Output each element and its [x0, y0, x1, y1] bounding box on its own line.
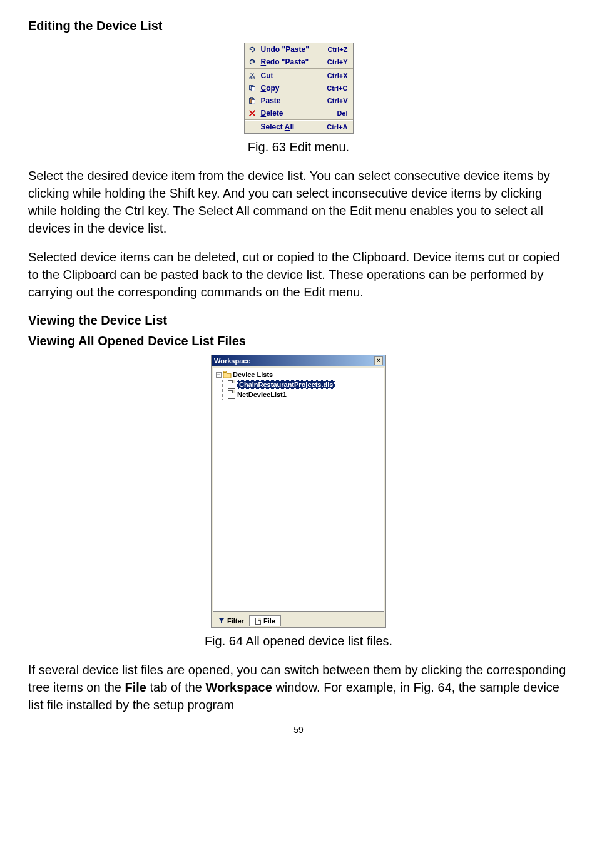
menu-label-copy: Copy: [261, 84, 327, 93]
tab-filter[interactable]: Filter: [213, 615, 250, 626]
document-icon: [228, 390, 235, 399]
close-button[interactable]: ×: [374, 356, 383, 365]
workspace-tabs: Filter File: [212, 613, 385, 627]
paragraph-1: Select the desired device item from the …: [28, 167, 569, 237]
caption-fig63: Fig. 63 Edit menu.: [28, 140, 569, 154]
menu-label-cut: Cut: [261, 71, 327, 80]
svg-rect-6: [252, 99, 255, 104]
menu-item-delete[interactable]: Delete Del: [245, 107, 353, 119]
menu-item-undo[interactable]: Undo "Paste" Ctrl+Z: [245, 43, 353, 56]
svg-rect-5: [250, 98, 253, 99]
menu-shortcut-redo: Ctrl+Y: [327, 58, 348, 66]
tree-item[interactable]: NetDeviceList1: [228, 390, 381, 400]
caption-fig64: Fig. 64 All opened device list files.: [28, 634, 569, 648]
svg-rect-3: [251, 86, 255, 91]
menu-shortcut-copy: Ctrl+C: [327, 84, 347, 92]
menu-label-paste: Paste: [261, 96, 327, 105]
tab-file-label: File: [263, 617, 275, 625]
workspace-panel: Workspace × − Device Lists ChainRestaura…: [211, 355, 386, 628]
redo-icon: [247, 57, 257, 67]
heading-viewing-all: Viewing All Opened Device List Files: [28, 334, 569, 348]
menu-shortcut-delete: Del: [337, 109, 347, 117]
menu-label-redo: Redo "Paste": [261, 58, 327, 66]
tree-item-label: NetDeviceList1: [237, 391, 287, 398]
undo-icon: [247, 44, 257, 54]
delete-icon: [247, 108, 257, 118]
heading-viewing: Viewing the Device List: [28, 313, 569, 328]
folder-icon: [223, 371, 232, 378]
tab-file[interactable]: File: [250, 615, 281, 626]
menu-item-redo[interactable]: Redo "Paste" Ctrl+Y: [245, 56, 353, 68]
blank-icon: [247, 122, 257, 132]
tree-view: − Device Lists ChainRestaurantProjects.d…: [213, 368, 384, 612]
tree-root[interactable]: − Device Lists: [216, 371, 381, 378]
menu-label-select-all: Select All: [261, 123, 327, 131]
menu-label-undo: Undo "Paste": [261, 45, 328, 54]
document-icon: [228, 380, 235, 389]
menu-item-select-all[interactable]: Select All Ctrl+A: [245, 121, 353, 133]
menu-shortcut-undo: Ctrl+Z: [327, 46, 347, 53]
collapse-icon[interactable]: −: [216, 372, 222, 378]
menu-shortcut-paste: Ctrl+V: [327, 97, 348, 104]
document-icon: [255, 618, 261, 625]
page-number: 59: [28, 725, 569, 735]
menu-shortcut-select-all: Ctrl+A: [327, 123, 347, 131]
menu-shortcut-cut: Ctrl+X: [327, 72, 348, 79]
edit-menu: Undo "Paste" Ctrl+Z Redo "Paste" Ctrl+Y …: [244, 43, 354, 134]
paragraph-3: If several device list files are opened,…: [28, 661, 569, 714]
tab-filter-label: Filter: [227, 617, 244, 625]
paragraph-2: Selected device items can be deleted, cu…: [28, 248, 569, 301]
menu-item-cut[interactable]: Cut Ctrl+X: [245, 69, 353, 82]
tree-item-selected-label: ChainRestaurantProjects.dls: [237, 380, 335, 389]
tree-item[interactable]: ChainRestaurantProjects.dls: [228, 380, 381, 390]
menu-item-copy[interactable]: Copy Ctrl+C: [245, 82, 353, 94]
tree-root-label: Device Lists: [233, 371, 273, 378]
heading-editing: Editing the Device List: [28, 19, 569, 33]
menu-item-paste[interactable]: Paste Ctrl+V: [245, 94, 353, 107]
paste-icon: [247, 96, 257, 106]
filter-icon: [218, 618, 225, 624]
cut-icon: [247, 71, 257, 81]
workspace-titlebar: Workspace ×: [212, 355, 385, 366]
copy-icon: [247, 83, 257, 93]
workspace-title-text: Workspace: [214, 357, 251, 365]
menu-label-delete: Delete: [261, 109, 337, 118]
